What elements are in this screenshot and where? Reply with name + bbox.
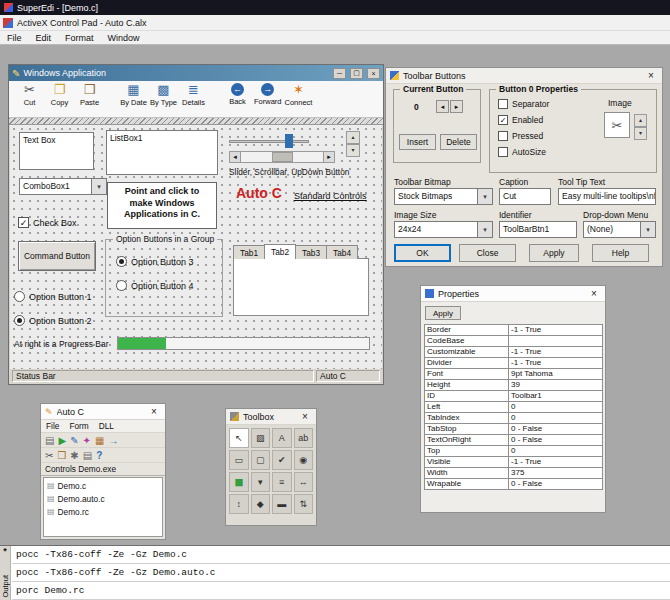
property-value[interactable]: 0 - False — [509, 479, 603, 490]
option-button-3[interactable]: Option Button 3 — [116, 256, 194, 267]
textbox-control[interactable]: Text Box — [19, 132, 94, 170]
toolbar-bitmap-combobox[interactable]: Stock Bitmaps ▾ — [394, 188, 493, 205]
close-button[interactable]: Close — [459, 244, 516, 262]
insert-button[interactable]: Insert — [399, 134, 436, 150]
pressed-checkbox[interactable]: Pressed — [498, 131, 543, 141]
property-value[interactable]: 0 — [509, 446, 603, 457]
property-row[interactable]: Visible-1 - True — [425, 457, 603, 468]
output-line[interactable]: pocc -Tx86-coff -Ze -Gz Demo.c — [12, 546, 670, 564]
apply-button[interactable]: Apply — [529, 244, 579, 262]
cut-icon[interactable]: ✂ — [45, 449, 53, 462]
minimize-button[interactable]: ─ — [333, 68, 346, 79]
file-item-demo-auto-c[interactable]: ▤ Demo.auto.c — [45, 492, 161, 505]
slider-control[interactable] — [229, 134, 309, 148]
dialog-titlebar[interactable]: Toolbar Buttons × — [386, 68, 662, 84]
menu-edit[interactable]: Edit — [29, 31, 59, 44]
tab-1[interactable]: Tab1 — [233, 245, 265, 259]
property-value[interactable]: 0 — [509, 402, 603, 413]
tool-slider-icon[interactable]: ◆ — [251, 494, 271, 514]
option-button-4[interactable]: Option Button 4 — [116, 280, 194, 291]
property-value[interactable]: 39 — [509, 380, 603, 391]
property-value[interactable]: -1 - True — [509, 325, 603, 336]
chevron-down-icon[interactable]: ▾ — [477, 222, 492, 237]
property-value[interactable]: 9pt Tahoma — [509, 369, 603, 380]
tab-4[interactable]: Tab4 — [326, 245, 358, 259]
edit-icon[interactable]: ✎ — [70, 434, 78, 447]
command-button[interactable]: Command Button — [18, 241, 96, 271]
tool-combo-box-icon[interactable]: ▾ — [251, 472, 271, 492]
tool-label-icon[interactable]: A — [272, 428, 292, 448]
tool-image-icon[interactable]: ▩ — [229, 472, 249, 492]
toolbar-button-paste[interactable]: ❒ Paste — [75, 83, 104, 107]
menu-file[interactable]: File — [41, 420, 64, 432]
menu-format[interactable]: Format — [58, 31, 101, 44]
updown-control[interactable]: ▴ ▾ — [346, 131, 360, 157]
toolbar-button-by-date[interactable]: ▦ By Date — [119, 83, 148, 107]
property-row[interactable]: Wrapable0 - False — [425, 479, 603, 490]
property-row[interactable]: Font9pt Tahoma — [425, 369, 603, 380]
property-row[interactable]: Top0 — [425, 446, 603, 457]
caption-field[interactable]: Cut — [499, 188, 551, 205]
slider-thumb[interactable] — [285, 134, 293, 148]
toolbar-button-copy[interactable]: ❐ Copy — [45, 83, 74, 107]
menu-form[interactable]: Form — [64, 420, 93, 432]
toolbar-button-back[interactable]: ← Back — [223, 83, 252, 106]
option-button-1[interactable]: Option Button 1 — [14, 291, 92, 302]
tool-up-down-icon[interactable]: ⇅ — [294, 494, 314, 514]
property-row[interactable]: Height39 — [425, 380, 603, 391]
property-value[interactable] — [509, 336, 603, 347]
toolbar-button-by-type[interactable]: ▩ By Type — [149, 83, 178, 107]
down-arrow-icon[interactable]: ▾ — [346, 144, 360, 157]
property-row[interactable]: Customizable-1 - True — [425, 347, 603, 358]
tool-pointer-icon[interactable]: ↖ — [229, 428, 249, 448]
tool-frame-icon[interactable]: ▭ — [229, 450, 249, 470]
scrollbar-track[interactable] — [241, 152, 323, 162]
property-row[interactable]: IDToolbar1 — [425, 391, 603, 402]
package-icon[interactable]: ❒ — [57, 449, 66, 462]
file-item-demo-c[interactable]: ▤ Demo.c — [45, 479, 161, 492]
help-icon[interactable]: ? — [96, 449, 102, 462]
menu-file[interactable]: File — [0, 31, 29, 44]
property-value[interactable]: -1 - True — [509, 358, 603, 369]
run-icon[interactable]: ▶ — [58, 434, 66, 447]
property-row[interactable]: Border-1 - True — [425, 325, 603, 336]
tool-text-box-icon[interactable]: ab — [294, 428, 314, 448]
property-value[interactable]: -1 - True — [509, 347, 603, 358]
close-icon[interactable]: × — [298, 411, 312, 422]
checkbox-control[interactable]: ✓ Check Box — [18, 217, 77, 228]
property-value[interactable]: 0 - False — [509, 424, 603, 435]
toolbox-titlebar[interactable]: Toolbox × — [226, 409, 316, 425]
tool-check-box-icon[interactable]: ✔ — [272, 450, 292, 470]
up-arrow-icon[interactable]: ▴ — [346, 131, 360, 144]
menu-dll[interactable]: DLL — [94, 420, 119, 432]
output-line[interactable]: porc Demo.rc — [12, 582, 670, 600]
close-icon[interactable]: × — [587, 288, 601, 299]
close-button[interactable]: × — [367, 68, 380, 79]
tool-v-scroll-icon[interactable]: ↕ — [229, 494, 249, 514]
toolbar-button-cut[interactable]: ✂ Cut — [15, 83, 44, 107]
output-line[interactable]: pocc -Tx86-coff -Ze -Gz Demo.auto.c — [12, 564, 670, 582]
tool-command-button-icon[interactable]: ▢ — [251, 450, 271, 470]
books-icon[interactable]: ▦ — [95, 434, 104, 447]
enabled-checkbox[interactable]: ✓ Enabled — [498, 115, 543, 125]
tool-h-scroll-icon[interactable]: ↔ — [294, 472, 314, 492]
property-row[interactable]: TabIndex0 — [425, 413, 603, 424]
down-arrow-icon[interactable]: ▾ — [634, 127, 647, 140]
next-button[interactable]: ▸ — [450, 100, 463, 113]
file-item-demo-rc[interactable]: ▤ Demo.rc — [45, 505, 161, 518]
image-spinner[interactable]: ▴ ▾ — [634, 114, 647, 140]
palette-icon[interactable]: ✦ — [83, 434, 91, 447]
standard-controls-link[interactable]: Standard Controls — [294, 191, 367, 201]
page-icon[interactable]: ▤ — [83, 449, 92, 462]
combobox-control[interactable]: ComboBox1 ▾ — [19, 178, 107, 195]
tab-3[interactable]: Tab3 — [295, 245, 327, 259]
property-row[interactable]: CodeBase — [425, 336, 603, 347]
scrollbar-control[interactable]: ◂ ▸ — [229, 151, 335, 163]
autosize-checkbox[interactable]: AutoSize — [498, 147, 546, 157]
apply-button[interactable]: Apply — [425, 306, 461, 320]
tool-progress-bar-icon[interactable]: ▬ — [272, 494, 292, 514]
scrollbar-thumb[interactable] — [272, 152, 293, 162]
tool-list-box-icon[interactable]: ≡ — [272, 472, 292, 492]
property-value[interactable]: Toolbar1 — [509, 391, 603, 402]
image-size-combobox[interactable]: 24x24 ▾ — [394, 221, 493, 238]
